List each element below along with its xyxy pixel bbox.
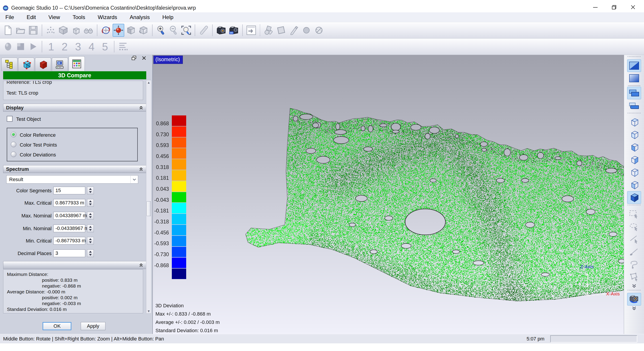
scroll-up-icon[interactable]: ▲ bbox=[147, 81, 150, 84]
stats-section-header[interactable] bbox=[3, 261, 146, 269]
menu-view[interactable]: View bbox=[47, 14, 62, 21]
dual-view-button[interactable] bbox=[627, 87, 641, 99]
cube-icon[interactable] bbox=[70, 24, 82, 37]
color-reference-radio[interactable] bbox=[11, 132, 16, 137]
stamp-shapes-icon[interactable] bbox=[263, 24, 274, 37]
zoom-in-icon[interactable] bbox=[155, 24, 167, 37]
camera-settings-icon[interactable] bbox=[228, 24, 240, 37]
more-tools-chevron-icon[interactable] bbox=[632, 283, 636, 289]
scrollbar-thumb[interactable] bbox=[147, 201, 151, 216]
menu-help[interactable]: Help bbox=[161, 14, 175, 21]
decimal-places-input[interactable]: 3 bbox=[54, 250, 85, 257]
viewport-3d[interactable]: (Isometric) 0.868 0.730 0.593 bbox=[153, 55, 624, 334]
tab-model-tree[interactable] bbox=[1, 58, 18, 71]
collapse-chevron-icon[interactable] bbox=[139, 106, 143, 110]
max-nominal-input[interactable]: 0.04338967 m bbox=[54, 212, 85, 219]
menu-edit[interactable]: Edit bbox=[25, 14, 37, 21]
color-deviations-radio[interactable] bbox=[11, 152, 16, 157]
lasso-select-icon[interactable] bbox=[627, 258, 641, 271]
new-document-icon[interactable] bbox=[2, 24, 14, 37]
spin-cube-icon[interactable] bbox=[138, 24, 150, 37]
collapse-chevron-icon[interactable] bbox=[139, 167, 143, 171]
point-cloud-icon[interactable] bbox=[45, 24, 56, 37]
tab-primitives[interactable] bbox=[35, 58, 51, 71]
panel-close-icon[interactable] bbox=[142, 56, 146, 60]
tab-dialog-grid[interactable] bbox=[69, 56, 85, 71]
view-left-cube-button[interactable] bbox=[627, 141, 641, 154]
toolbar-drag-handle[interactable] bbox=[628, 113, 641, 115]
toolbar-drag-handle[interactable] bbox=[628, 205, 641, 207]
center-sphere-icon[interactable] bbox=[112, 24, 124, 37]
stage-square-icon[interactable] bbox=[15, 40, 26, 53]
ellipse-select-icon[interactable] bbox=[627, 220, 641, 233]
min-nominal-input[interactable]: -0.04338967 m bbox=[54, 225, 85, 232]
ruler-icon[interactable] bbox=[198, 24, 210, 37]
view-top-cube-button[interactable] bbox=[627, 116, 641, 128]
menu-wizards[interactable]: Wizards bbox=[96, 14, 119, 21]
camera-capture-icon[interactable] bbox=[215, 24, 227, 37]
panel-dock-icon[interactable] bbox=[131, 55, 136, 61]
restore-button[interactable] bbox=[611, 4, 617, 10]
stage-play-icon[interactable] bbox=[27, 40, 39, 53]
menu-file[interactable]: File bbox=[4, 14, 16, 21]
view-bottom-cube-button[interactable] bbox=[627, 128, 641, 141]
min-nominal-spinner[interactable] bbox=[87, 225, 94, 232]
binoculars-icon[interactable] bbox=[82, 24, 94, 37]
stage-list-icon[interactable] bbox=[117, 40, 129, 53]
shade-cube-icon[interactable] bbox=[125, 24, 137, 37]
flat-view-button[interactable] bbox=[627, 72, 641, 84]
minimize-button[interactable] bbox=[592, 4, 598, 10]
test-object-checkbox[interactable] bbox=[7, 116, 12, 122]
more-tools-chevron-icon[interactable] bbox=[632, 306, 636, 311]
stage-4-button[interactable]: 4 bbox=[85, 40, 98, 53]
export-window-icon[interactable] bbox=[246, 24, 257, 37]
disc-slash-icon[interactable] bbox=[313, 24, 325, 37]
tab-system[interactable] bbox=[52, 58, 68, 71]
menu-tools[interactable]: Tools bbox=[71, 14, 86, 21]
point-cloud-canvas[interactable] bbox=[153, 55, 624, 334]
close-button[interactable] bbox=[630, 4, 636, 10]
color-segments-input[interactable]: 15 bbox=[54, 187, 85, 194]
color-test-points-radio[interactable] bbox=[11, 142, 16, 147]
min-critical-input[interactable]: -0.8677933 m bbox=[54, 237, 85, 245]
max-critical-input[interactable]: 0.8677933 m bbox=[54, 199, 85, 207]
collapse-chevron-icon[interactable] bbox=[139, 263, 143, 267]
polygon-select-icon[interactable] bbox=[627, 271, 641, 283]
plane-icon[interactable] bbox=[276, 24, 287, 37]
view-right-cube-button[interactable] bbox=[627, 154, 641, 166]
rectangle-select-icon[interactable] bbox=[627, 208, 641, 220]
spectrum-section-header[interactable]: Spectrum bbox=[3, 165, 146, 173]
open-folder-icon[interactable] bbox=[15, 24, 26, 37]
capture-view-camera-button[interactable] bbox=[627, 293, 641, 306]
zoom-window-icon[interactable] bbox=[180, 24, 192, 37]
save-icon[interactable] bbox=[27, 24, 39, 37]
max-nominal-spinner[interactable] bbox=[87, 212, 94, 219]
menu-analysis[interactable]: Analysis bbox=[128, 14, 151, 21]
zoom-out-icon[interactable] bbox=[168, 24, 180, 37]
stage-3-button[interactable]: 3 bbox=[71, 40, 85, 53]
decimal-places-spinner[interactable] bbox=[87, 250, 94, 257]
orbit-rotate-icon[interactable] bbox=[100, 24, 112, 37]
ok-button[interactable]: OK bbox=[42, 322, 71, 330]
sphere-icon[interactable] bbox=[300, 24, 312, 37]
stage-2-button[interactable]: 2 bbox=[58, 40, 71, 53]
brush-select-icon[interactable] bbox=[627, 245, 641, 258]
spectrum-result-dropdown[interactable]: Result bbox=[6, 175, 138, 184]
color-segments-spinner[interactable] bbox=[87, 187, 94, 194]
min-critical-spinner[interactable] bbox=[87, 237, 94, 245]
wizard-box-icon[interactable] bbox=[58, 24, 69, 37]
view-isometric-cube-button[interactable] bbox=[627, 191, 641, 204]
view-back-cube-button[interactable] bbox=[627, 179, 641, 191]
stage-1-button[interactable]: 1 bbox=[44, 40, 58, 53]
toolbar-drag-handle[interactable] bbox=[628, 56, 641, 59]
pen-icon[interactable] bbox=[288, 24, 300, 37]
max-critical-spinner[interactable] bbox=[87, 199, 94, 207]
scroll-down-icon[interactable]: ▼ bbox=[147, 309, 150, 313]
display-section-header[interactable]: Display bbox=[3, 104, 146, 112]
tab-display-cube[interactable] bbox=[18, 58, 34, 71]
stage-5-button[interactable]: 5 bbox=[98, 40, 112, 53]
line-select-icon[interactable] bbox=[627, 233, 641, 245]
dual-view-alt-button[interactable] bbox=[627, 99, 641, 112]
stage-ellipse-icon[interactable] bbox=[2, 40, 14, 53]
toolbar-drag-handle[interactable] bbox=[628, 290, 641, 293]
